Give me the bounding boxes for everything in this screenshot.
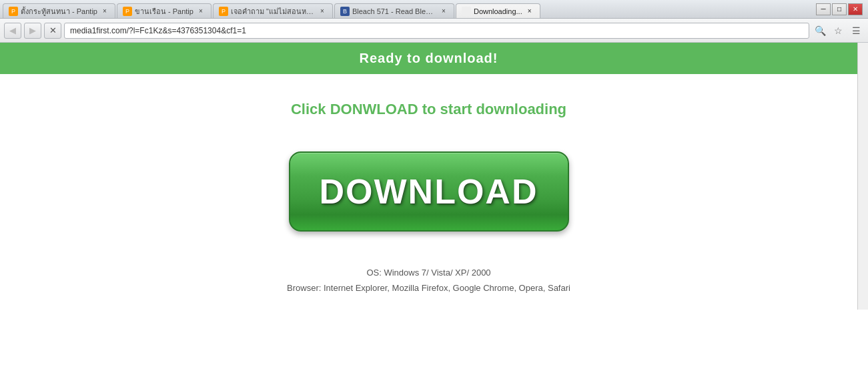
nav-right-buttons: 🔍 ☆ ☰ xyxy=(812,23,864,39)
menu-icon[interactable]: ☰ xyxy=(848,23,864,39)
ready-banner: Ready to download! xyxy=(0,43,857,74)
download-button[interactable]: DOWNLOAD xyxy=(289,151,569,232)
system-info: OS: Windows 7/ Vista/ XP/ 2000 Browser: … xyxy=(287,265,570,296)
search-icon[interactable]: 🔍 xyxy=(812,23,828,39)
browser-chrome: Pตั้งกระทู้สนทนา - Pantip×Pขานเรือน - Pa… xyxy=(0,0,868,43)
os-info: OS: Windows 7/ Vista/ XP/ 2000 xyxy=(287,265,570,280)
main-area: Click DONWLOAD to start downloading DOWN… xyxy=(0,74,857,310)
tab3-favicon-icon: P xyxy=(219,7,228,16)
tab5-close-button[interactable]: × xyxy=(525,7,534,16)
tab4-label: Bleach 571 - Read Bleach... xyxy=(352,7,436,15)
tabs-area: Pตั้งกระทู้สนทนา - Pantip×Pขานเรือน - Pa… xyxy=(3,0,816,18)
back-button[interactable]: ◀ xyxy=(4,23,21,39)
tab-tab3[interactable]: Pเจอคำถาม "แม่ไม่สอนหรือ...× xyxy=(213,3,333,18)
nav-bar: ◀ ▶ ✕ 🔍 ☆ ☰ xyxy=(0,19,868,43)
tab1-label: ตั้งกระทู้สนทนา - Pantip xyxy=(21,5,97,17)
scrollbar[interactable] xyxy=(857,43,868,310)
maximize-button[interactable]: □ xyxy=(832,3,847,15)
address-input[interactable] xyxy=(70,26,803,35)
minimize-button[interactable]: ─ xyxy=(816,3,831,15)
download-button-label: DOWNLOAD xyxy=(320,171,538,212)
tab2-close-button[interactable]: × xyxy=(196,7,205,16)
tab4-favicon-icon: B xyxy=(340,7,350,16)
tab1-close-button[interactable]: × xyxy=(100,7,109,16)
address-bar[interactable] xyxy=(64,23,809,39)
browser-info: Browser: Internet Explorer, Mozilla Fire… xyxy=(287,280,570,296)
page-wrapper: Ready to download! Click DONWLOAD to sta… xyxy=(0,43,868,310)
tab2-favicon-icon: P xyxy=(123,7,132,16)
forward-button[interactable]: ▶ xyxy=(24,23,41,39)
star-icon[interactable]: ☆ xyxy=(830,23,846,39)
tab-tab5[interactable]: Downloading...× xyxy=(456,3,540,18)
tab5-favicon-icon xyxy=(462,7,471,16)
tab-tab2[interactable]: Pขานเรือน - Pantip× xyxy=(117,3,211,18)
instruction-text: Click DONWLOAD to start downloading xyxy=(291,101,566,118)
tab2-label: ขานเรือน - Pantip xyxy=(135,5,193,17)
reload-button[interactable]: ✕ xyxy=(44,23,61,39)
page-scroll-content: Ready to download! Click DONWLOAD to sta… xyxy=(0,43,857,310)
tab-tab1[interactable]: Pตั้งกระทู้สนทนา - Pantip× xyxy=(3,3,115,18)
tab3-close-button[interactable]: × xyxy=(318,7,327,16)
tab4-close-button[interactable]: × xyxy=(439,7,448,16)
close-window-button[interactable]: ✕ xyxy=(848,3,863,15)
tab5-label: Downloading... xyxy=(474,7,522,15)
window-controls: ─ □ ✕ xyxy=(816,3,865,15)
tab3-label: เจอคำถาม "แม่ไม่สอนหรือ... xyxy=(231,5,315,17)
title-bar: Pตั้งกระทู้สนทนา - Pantip×Pขานเรือน - Pa… xyxy=(0,0,868,19)
tab-tab4[interactable]: BBleach 571 - Read Bleach...× xyxy=(334,3,454,18)
tab1-favicon-icon: P xyxy=(9,7,18,16)
